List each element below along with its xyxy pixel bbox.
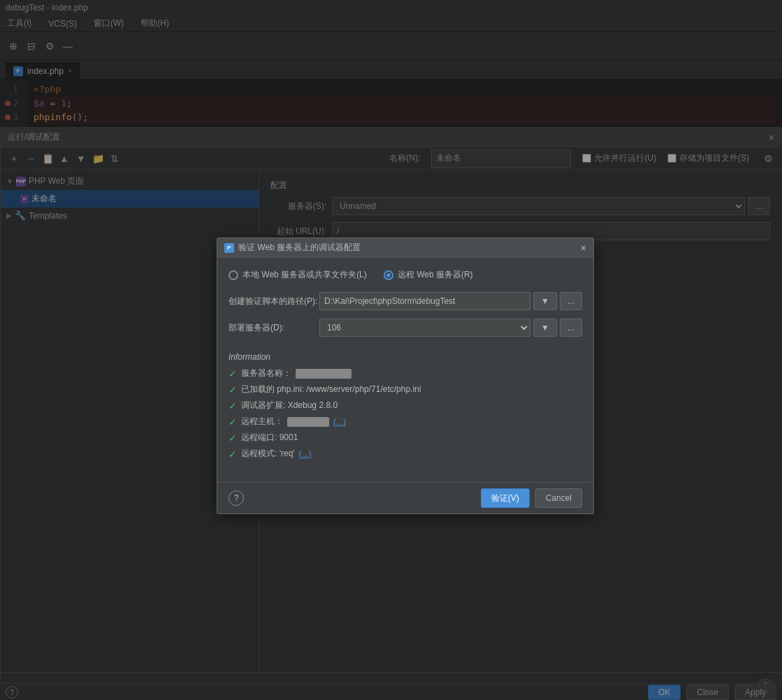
verify-dialog-icon: P: [224, 243, 234, 253]
script-path-browse-btn[interactable]: ▼: [533, 292, 557, 310]
remote-radio-circle: [384, 270, 393, 280]
info-row-6: ✓ 远程模式: 'req' (...): [229, 448, 582, 460]
check-icon-2: ✓: [229, 384, 237, 395]
verify-close-btn[interactable]: ×: [581, 242, 586, 254]
info-label-5: 远程端口: 9001: [241, 432, 298, 444]
info-label-2: 已加载的 php.ini: /www/server/php/71/etc/php…: [241, 384, 421, 395]
check-icon-5: ✓: [229, 432, 237, 444]
verify-footer: ? 验证(V) Cancel: [217, 482, 593, 513]
info-row-4: ✓ 远程主机： (...): [229, 416, 582, 428]
remote-server-label: 远程 Web 服务器(R): [398, 269, 473, 281]
deploy-server-label: 部署服务器(D):: [229, 322, 319, 334]
info-link-4[interactable]: (...): [333, 417, 346, 427]
check-icon-1: ✓: [229, 368, 237, 379]
deploy-server-row: 部署服务器(D): 106 ▼ ...: [229, 319, 582, 337]
local-server-radio[interactable]: 本地 Web 服务器或共享文件夹(L): [229, 269, 367, 281]
server-type-radio-group: 本地 Web 服务器或共享文件夹(L) 远程 Web 服务器(R): [229, 269, 582, 281]
verify-title-bar: P 验证 Web 服务器上的调试器配置 ×: [217, 238, 593, 258]
script-path-row: 创建验证脚本的路径(P): ▼ ...: [229, 292, 582, 310]
info-label-4: 远程主机：: [241, 416, 283, 428]
local-radio-circle: [229, 270, 238, 280]
verify-dialog: P 验证 Web 服务器上的调试器配置 × 本地 Web 服务器或共享文件夹(L…: [217, 238, 594, 514]
verify-cancel-btn[interactable]: Cancel: [535, 488, 582, 508]
deploy-server-select[interactable]: 106: [319, 319, 530, 337]
info-value-1-blur: [296, 369, 352, 379]
script-path-edit-btn[interactable]: ...: [560, 292, 582, 310]
check-icon-4: ✓: [229, 416, 237, 428]
verify-content: 本地 Web 服务器或共享文件夹(L) 远程 Web 服务器(R) 创建验证脚本…: [217, 258, 593, 482]
local-server-label: 本地 Web 服务器或共享文件夹(L): [242, 269, 367, 281]
info-title: Information: [229, 352, 582, 362]
info-row-1: ✓ 服务器名称：: [229, 367, 582, 379]
remote-radio-dot: [386, 273, 391, 277]
remote-server-radio[interactable]: 远程 Web 服务器(R): [384, 269, 473, 281]
deploy-server-edit-btn[interactable]: ...: [560, 319, 582, 337]
script-path-label: 创建验证脚本的路径(P):: [229, 296, 319, 307]
info-row-3: ✓ 调试器扩展: Xdebug 2.8.0: [229, 400, 582, 411]
verify-title-text: P 验证 Web 服务器上的调试器配置: [224, 242, 361, 254]
info-link-6[interactable]: (...): [299, 449, 312, 459]
info-label-6: 远程模式: 'req': [241, 448, 295, 460]
verify-verify-btn[interactable]: 验证(V): [481, 488, 530, 508]
check-icon-3: ✓: [229, 400, 237, 411]
check-icon-6: ✓: [229, 449, 237, 460]
info-value-4-blur: [287, 417, 329, 427]
verify-title-label: 验证 Web 服务器上的调试器配置: [238, 242, 361, 254]
verify-help-btn[interactable]: ?: [229, 490, 244, 506]
deploy-server-browse-btn[interactable]: ▼: [533, 319, 557, 337]
info-row-5: ✓ 远程端口: 9001: [229, 432, 582, 444]
info-label-1: 服务器名称：: [241, 367, 291, 379]
info-section: Information ✓ 服务器名称： ✓ 已加载的 php.ini: /ww…: [229, 345, 582, 471]
script-path-input[interactable]: [319, 292, 530, 310]
info-row-2: ✓ 已加载的 php.ini: /www/server/php/71/etc/p…: [229, 384, 582, 395]
info-label-3: 调试器扩展: Xdebug 2.8.0: [241, 400, 338, 411]
